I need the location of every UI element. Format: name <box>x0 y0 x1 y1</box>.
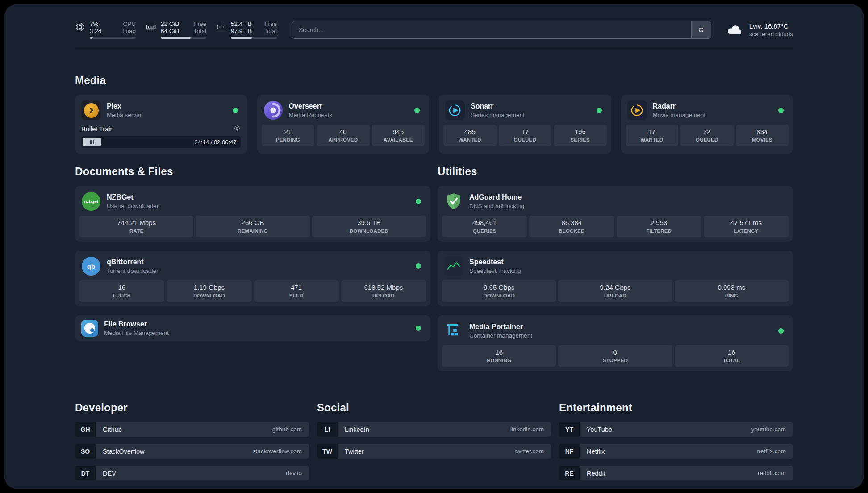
stat-remaining: 266 GB REMAINING <box>196 216 309 237</box>
memory-total-value: 64 GiB <box>161 28 190 34</box>
playback-progress-bar[interactable]: 24:44 / 02:06:47 <box>81 136 241 148</box>
status-dot <box>778 328 784 334</box>
stat-value: 471 <box>256 284 337 291</box>
disk-free-value: 52.4 TB <box>231 21 260 27</box>
bookmark-twitter[interactable]: TW Twitter twitter.com <box>317 444 551 459</box>
stat-filtered: 2,953 FILTERED <box>617 216 701 237</box>
disk-total-value: 97.9 TB <box>231 28 260 34</box>
stat-label: DOWNLOAD <box>444 293 554 298</box>
speedtest-icon <box>444 256 463 276</box>
service-desc: Torrent downloader <box>107 267 410 274</box>
settings-gear-icon[interactable] <box>234 125 241 133</box>
bookmark-youtube[interactable]: YT YouTube youtube.com <box>559 422 793 437</box>
stat-queued: 22 QUEUED <box>680 125 734 146</box>
stat-value: 17 <box>501 128 550 135</box>
stat-label: BLOCKED <box>531 228 612 234</box>
bookmark-linkedin[interactable]: LI LinkedIn linkedin.com <box>317 422 551 437</box>
service-desc: Container management <box>469 332 772 339</box>
bookmark-domain: twitter.com <box>515 448 544 455</box>
service-name: Plex <box>107 102 227 110</box>
stat-label: PING <box>676 293 787 298</box>
topbar: 7% CPU 3.24 Load <box>75 21 793 39</box>
stat-rate: 744.21 Mbps RATE <box>79 216 193 237</box>
stat-value: 0 <box>560 348 670 356</box>
bookmark-netflix[interactable]: NF Netflix netflix.com <box>559 444 793 459</box>
service-desc: Movie management <box>653 112 773 118</box>
memory-free-value: 22 GiB <box>161 21 190 27</box>
overseerr-link[interactable]: Overseerr Media Requests <box>262 99 425 125</box>
status-dot <box>416 199 421 204</box>
cpu-icon <box>75 22 85 39</box>
stat-label: FILTERED <box>618 228 700 234</box>
nzbget-link[interactable]: nzbget NZBGet Usenet downloader <box>79 190 426 216</box>
status-dot <box>414 108 420 113</box>
overseerr-icon <box>263 100 283 120</box>
cpu-progress-track <box>90 37 136 39</box>
bookmark-domain: reddit.com <box>758 470 786 476</box>
weather-condition: scattered clouds <box>749 31 793 38</box>
bookmark-name: LinkedIn <box>345 426 369 433</box>
stat-value: 17 <box>627 128 677 135</box>
cpu-widget: 7% CPU 3.24 Load <box>75 21 136 39</box>
nzbget-icon: nzbget <box>82 192 100 211</box>
section-heading-media: Media <box>75 74 793 87</box>
cpu-progress-fill <box>90 37 93 39</box>
service-name: NZBGet <box>107 193 410 201</box>
section-heading-utilities: Utilities <box>438 165 793 178</box>
stat-upload: 9.24 Gbps UPLOAD <box>558 280 672 302</box>
plex-card: Plex Media server Bullet Train <box>75 95 247 154</box>
section-heading-social: Social <box>317 401 551 414</box>
stat-label: RUNNING <box>444 358 554 363</box>
adguard-link[interactable]: AdGuard Home DNS and adblocking <box>442 190 789 216</box>
radarr-link[interactable]: Radarr Movie management <box>626 99 789 125</box>
stat-value: 945 <box>374 128 423 135</box>
stat-value: 39.6 TB <box>314 219 424 226</box>
plex-link[interactable]: Plex Media server <box>79 99 243 125</box>
status-dot <box>416 263 421 269</box>
disk-free-label: Free <box>264 21 277 27</box>
stat-queries: 498,461 QUERIES <box>442 216 527 237</box>
stat-label: STOPPED <box>560 358 670 363</box>
stat-pending: 21 PENDING <box>262 125 315 146</box>
status-dot <box>233 108 238 113</box>
bookmark-dev[interactable]: DT DEV dev.to <box>75 466 309 480</box>
filebrowser-link[interactable]: File Browser Media File Management <box>79 319 426 338</box>
stat-value: 744.21 Mbps <box>81 219 192 226</box>
pause-button[interactable] <box>83 138 101 146</box>
bookmark-github[interactable]: GH Github github.com <box>75 422 309 437</box>
bookmark-abbr: LI <box>317 422 338 437</box>
bookmark-name: Github <box>103 426 122 433</box>
status-dot <box>597 108 602 113</box>
stat-latency: 47.571 ms LATENCY <box>704 216 789 237</box>
stat-movies: 834 MOVIES <box>736 125 789 146</box>
bookmark-stackoverflow[interactable]: SO StackOverflow stackoverflow.com <box>75 444 309 459</box>
sonarr-link[interactable]: Sonarr Series management <box>443 99 607 125</box>
stat-leech: 16 LEECH <box>79 280 164 302</box>
speedtest-link[interactable]: Speedtest Speedtest Tracking <box>442 255 789 280</box>
plex-now-playing-widget: Bullet Train 24:44 / 02:06:47 <box>79 125 243 149</box>
playback-time: 24:44 / 02:06:47 <box>195 139 237 146</box>
search-input[interactable] <box>292 21 711 39</box>
stat-value: 16 <box>81 284 163 291</box>
sonarr-icon <box>445 100 465 120</box>
topbar-divider <box>75 50 793 50</box>
stat-value: 618.52 Mbps <box>343 284 424 291</box>
service-desc: Speedtest Tracking <box>469 267 786 274</box>
stat-label: AVAILABLE <box>374 137 423 142</box>
resource-widgets: 7% CPU 3.24 Load <box>75 21 277 39</box>
cpu-load-value: 3.24 <box>90 28 119 34</box>
cpu-load-label: Load <box>122 28 136 34</box>
portainer-link[interactable]: Media Portainer Container management <box>442 320 789 345</box>
bookmark-reddit[interactable]: RE Reddit reddit.com <box>559 466 793 480</box>
search-provider-button[interactable]: G <box>691 21 711 38</box>
stat-wanted: 485 WANTED <box>443 125 497 146</box>
status-dot <box>416 326 421 331</box>
qbittorrent-link[interactable]: qb qBittorrent Torrent downloader <box>79 255 426 280</box>
stat-ping: 0.993 ms PING <box>675 280 789 302</box>
stat-label: QUEUED <box>682 137 732 142</box>
bookmark-domain: dev.to <box>286 470 302 476</box>
service-name: Radarr <box>653 102 773 110</box>
radarr-icon <box>627 100 647 120</box>
stat-approved: 40 APPROVED <box>317 125 370 146</box>
stat-label: WANTED <box>445 137 495 142</box>
